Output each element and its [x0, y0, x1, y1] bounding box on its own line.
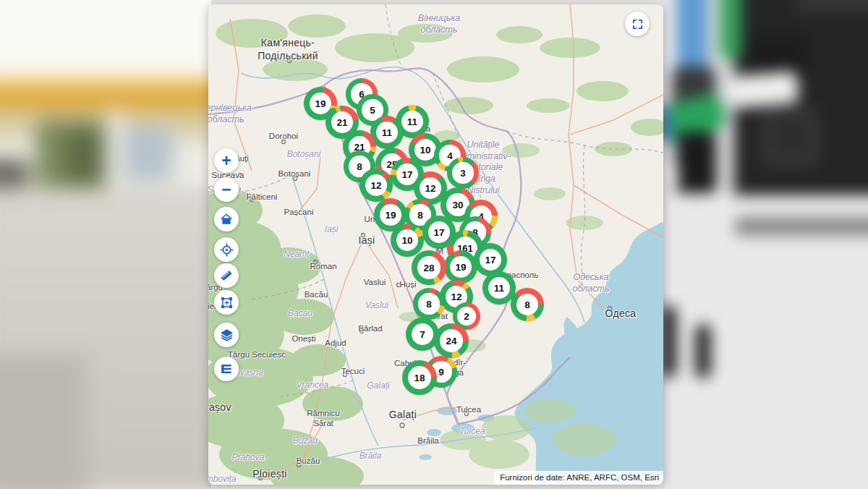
cluster-count: 28 — [417, 256, 441, 279]
cluster-count: 24 — [440, 329, 463, 352]
background-photo-right — [662, 0, 868, 489]
cluster-count: 10 — [396, 229, 418, 251]
cluster-count: 19 — [310, 93, 331, 114]
background-photo-left — [0, 0, 211, 489]
cluster-count: 11 — [401, 111, 423, 132]
cluster-marker[interactable]: 28 — [412, 250, 446, 285]
map-attribution: Furnizori de date: ANRE, ARFC, OSM, Esri — [494, 471, 663, 485]
cluster-marker[interactable]: 8 — [413, 288, 445, 320]
cluster-count: 3 — [452, 162, 473, 183]
home-button[interactable] — [214, 207, 239, 231]
cluster-marker[interactable]: 24 — [434, 323, 469, 358]
cluster-count: 17 — [428, 221, 450, 243]
cluster-count: 18 — [408, 366, 431, 389]
cluster-count: 11 — [488, 277, 510, 299]
cluster-count: 7 — [412, 323, 433, 345]
cluster-marker[interactable]: 19 — [444, 250, 477, 284]
cluster-count: 12 — [365, 174, 387, 196]
cluster-marker[interactable]: 12 — [359, 169, 393, 202]
cluster-count: 11 — [376, 122, 398, 143]
locate-button[interactable] — [214, 237, 239, 262]
cluster-count: 19 — [380, 204, 401, 226]
cluster-count: 19 — [450, 256, 472, 278]
map-panel: Вінницька областьКам'янець- ПодільськийЧ… — [208, 4, 663, 485]
layers-button[interactable] — [214, 323, 239, 347]
cluster-marker[interactable]: 3 — [447, 157, 479, 189]
cluster-count: 2 — [457, 307, 475, 325]
cluster-count: 12 — [420, 177, 441, 199]
cluster-marker[interactable]: 10 — [391, 224, 424, 257]
cluster-count: 8 — [516, 294, 538, 315]
cluster-count: 21 — [331, 111, 353, 133]
measure-area-button[interactable] — [214, 290, 239, 315]
measure-ruler-button[interactable] — [214, 263, 239, 288]
fullscreen-button[interactable] — [625, 12, 650, 36]
cluster-marker[interactable]: 8 — [511, 288, 544, 321]
zoom-out-button[interactable]: − — [214, 177, 239, 202]
cluster-count: 10 — [414, 139, 436, 161]
zoom-in-button[interactable]: + — [214, 148, 239, 173]
cluster-count: 8 — [418, 293, 439, 314]
cluster-marker[interactable]: 18 — [402, 360, 437, 395]
legend-button[interactable] — [214, 357, 239, 381]
cluster-count: 17 — [480, 249, 501, 271]
